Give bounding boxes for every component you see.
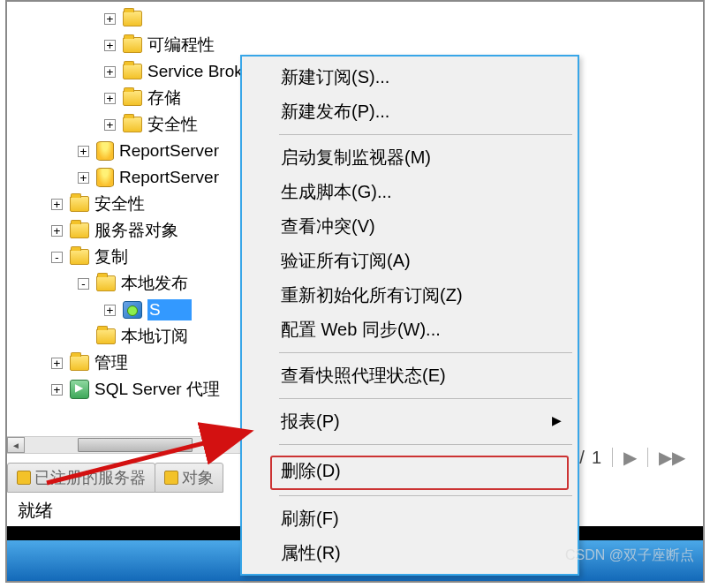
panel-tab[interactable]: 对象 bbox=[155, 463, 223, 493]
folder-icon bbox=[70, 249, 89, 265]
menu-item-label: 新建订阅(S)... bbox=[281, 67, 389, 87]
scroll-thumb[interactable] bbox=[78, 438, 193, 452]
tab-label: 已注册的服务器 bbox=[34, 467, 146, 488]
expander-icon[interactable]: + bbox=[51, 384, 63, 396]
menu-item-label: 重新初始化所有订阅(Z) bbox=[281, 285, 463, 305]
menu-item[interactable]: 查看冲突(V) bbox=[244, 209, 576, 244]
menu-item-label: 查看快照代理状态(E) bbox=[281, 366, 446, 385]
expander-icon[interactable]: + bbox=[51, 225, 63, 237]
tab-label: 对象 bbox=[182, 467, 214, 488]
menu-item[interactable]: 属性(R) bbox=[244, 536, 576, 570]
pager-last-icon[interactable]: ▶▶ bbox=[659, 447, 685, 468]
menu-item-label: 验证所有订阅(A) bbox=[281, 251, 411, 270]
tab-icon bbox=[17, 471, 31, 485]
scroll-left-button[interactable]: ◄ bbox=[7, 437, 25, 453]
expander-icon[interactable]: - bbox=[51, 252, 63, 263]
expander-icon[interactable]: + bbox=[51, 199, 63, 210]
menu-item-label: 启动复制监视器(M) bbox=[281, 147, 431, 167]
menu-separator bbox=[279, 134, 572, 135]
db-icon bbox=[96, 141, 114, 161]
menu-item[interactable]: 删除(D) bbox=[244, 450, 576, 490]
menu-item-label: 刷新(F) bbox=[281, 509, 339, 528]
tree-node[interactable]: + bbox=[7, 5, 413, 32]
folder-icon bbox=[70, 196, 89, 212]
menu-item-label: 删除(D) bbox=[281, 461, 341, 480]
menu-item-label: 配置 Web 同步(W)... bbox=[281, 320, 441, 339]
tree-node-label: 存储 bbox=[147, 87, 181, 109]
folder-icon bbox=[123, 117, 142, 132]
tree-node-label: 可编程性 bbox=[147, 34, 215, 57]
status-ready: 就绪 bbox=[18, 499, 53, 523]
menu-item[interactable]: 新建发布(P)... bbox=[244, 94, 576, 129]
tree-node-label: 服务器对象 bbox=[94, 219, 178, 242]
folder-icon bbox=[96, 275, 116, 291]
expander-icon[interactable]: + bbox=[104, 13, 116, 25]
menu-item[interactable]: 查看快照代理状态(E) bbox=[244, 358, 576, 393]
agent-icon bbox=[70, 380, 89, 399]
folder-icon bbox=[70, 355, 89, 371]
panel-tabs: 已注册的服务器对象 bbox=[7, 463, 223, 493]
pager-next-icon[interactable]: ▶ bbox=[623, 447, 637, 468]
submenu-arrow-icon: ▶ bbox=[552, 413, 562, 427]
menu-item-label: 属性(R) bbox=[281, 543, 341, 562]
menu-item-label: 生成脚本(G)... bbox=[281, 182, 392, 201]
db-icon bbox=[96, 168, 114, 187]
expander-icon[interactable]: + bbox=[104, 40, 116, 51]
folder-icon bbox=[123, 90, 142, 106]
menu-item[interactable]: 新建订阅(S)... bbox=[244, 60, 576, 94]
menu-item[interactable]: 验证所有订阅(A) bbox=[244, 244, 576, 278]
tree-node-label: 管理 bbox=[94, 351, 128, 374]
pager-sep: / bbox=[579, 448, 585, 468]
menu-item-label: 查看冲突(V) bbox=[281, 216, 375, 236]
tree-node-label: ReportServer bbox=[119, 141, 219, 161]
expander-icon[interactable]: + bbox=[51, 358, 63, 369]
folder-icon bbox=[123, 11, 142, 26]
menu-item[interactable]: 刷新(F) bbox=[244, 501, 576, 536]
expander-icon[interactable]: + bbox=[104, 119, 116, 131]
tree-node-label: SQL Server 代理 bbox=[94, 378, 220, 401]
menu-item-label: 报表(P) bbox=[281, 411, 340, 431]
expander-icon[interactable]: - bbox=[78, 278, 89, 290]
tab-icon bbox=[164, 471, 178, 485]
tree-node-label: 本地发布 bbox=[121, 272, 188, 295]
folder-icon bbox=[96, 328, 116, 344]
menu-separator bbox=[279, 398, 572, 399]
menu-separator bbox=[279, 444, 572, 445]
panel-tab[interactable]: 已注册的服务器 bbox=[7, 463, 155, 493]
menu-separator bbox=[279, 352, 572, 353]
expander-icon[interactable]: + bbox=[104, 93, 116, 104]
menu-item[interactable]: 配置 Web 同步(W)... bbox=[244, 313, 576, 347]
tree-node-label: 安全性 bbox=[94, 192, 145, 215]
menu-item[interactable]: 启动复制监视器(M) bbox=[244, 140, 576, 175]
expander-icon[interactable]: + bbox=[104, 66, 116, 78]
menu-item[interactable]: 报表(P)▶ bbox=[244, 404, 576, 439]
folder-icon bbox=[70, 222, 89, 238]
tree-node-label: 复制 bbox=[94, 245, 128, 268]
tree-node-label: S bbox=[147, 299, 192, 320]
pub-icon bbox=[123, 301, 142, 319]
folder-icon bbox=[123, 37, 142, 53]
tree-node-label: ReportServer bbox=[119, 168, 219, 187]
folder-icon bbox=[123, 64, 142, 79]
menu-item[interactable]: 重新初始化所有订阅(Z) bbox=[244, 278, 576, 313]
expander-icon[interactable]: + bbox=[104, 305, 116, 316]
watermark: CSDN @双子座断点 bbox=[565, 547, 694, 565]
menu-item-label: 新建发布(P)... bbox=[281, 102, 389, 121]
tree-node-label: 本地订阅 bbox=[121, 325, 188, 348]
expander-icon[interactable]: + bbox=[78, 172, 89, 184]
context-menu: 新建订阅(S)...新建发布(P)...启动复制监视器(M)生成脚本(G)...… bbox=[240, 55, 579, 576]
pager-current: 1 bbox=[592, 448, 601, 468]
menu-item[interactable]: 生成脚本(G)... bbox=[244, 175, 576, 209]
menu-separator bbox=[279, 495, 572, 496]
tree-node-label: 安全性 bbox=[147, 113, 198, 136]
expander-icon[interactable]: + bbox=[78, 146, 89, 157]
